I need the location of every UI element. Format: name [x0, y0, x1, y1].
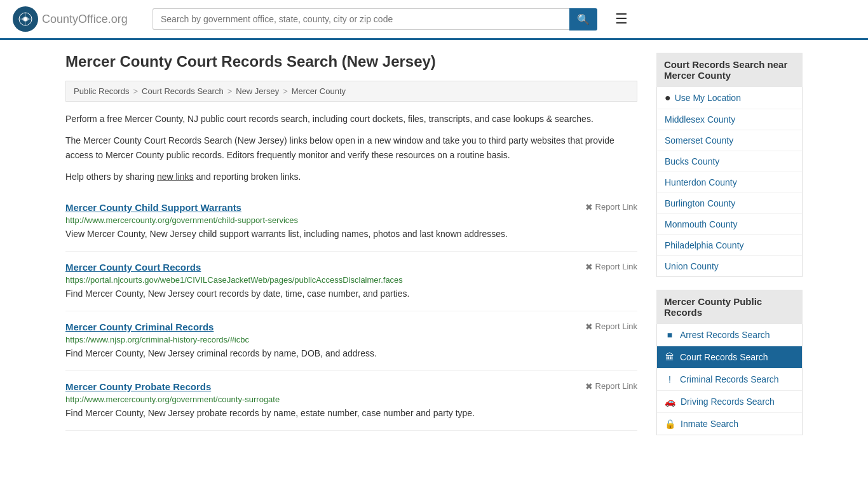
record-title-1[interactable]: Mercer County Court Records	[65, 262, 201, 273]
nearby-section: Court Records Search near Mercer County …	[656, 53, 803, 277]
report-icon-3: ✖	[585, 381, 593, 391]
record-item: Mercer County Child Support Warrants ✖ R…	[65, 192, 637, 252]
location-icon: ●	[665, 92, 671, 104]
breadcrumb-sep-3: >	[283, 86, 288, 96]
search-button[interactable]: 🔍	[569, 8, 597, 30]
pr-icon-0: ■	[665, 330, 675, 340]
site-header: CountyOffice.org 🔍 ☰	[0, 0, 868, 40]
nearby-county-link-6[interactable]: Philadelphia County	[657, 235, 802, 255]
breadcrumb-sep-1: >	[133, 86, 138, 96]
search-area: 🔍	[153, 8, 597, 30]
nearby-county-item: Monmouth County	[657, 214, 802, 235]
report-icon-2: ✖	[585, 322, 593, 332]
nearby-county-item: Union County	[657, 256, 802, 276]
description-para2: The Mercer County Court Records Search (…	[65, 133, 637, 162]
main-container: Mercer County Court Records Search (New …	[53, 40, 815, 461]
nearby-counties-list: ● Use My Location Middlesex CountySomers…	[656, 87, 803, 277]
description-para3: Help others by sharing new links and rep…	[65, 170, 637, 184]
pr-link-item: ■Arrest Records Search	[657, 324, 802, 346]
breadcrumb-sep-2: >	[227, 86, 233, 96]
pr-icon-4: 🔒	[665, 419, 675, 429]
record-title-2[interactable]: Mercer County Criminal Records	[65, 322, 214, 332]
nearby-county-item: Hunterdon County	[657, 172, 802, 193]
record-title-0[interactable]: Mercer County Child Support Warrants	[65, 202, 241, 213]
new-links-link[interactable]: new links	[157, 172, 194, 182]
nearby-county-link-0[interactable]: Middlesex County	[657, 109, 802, 130]
nearby-county-link-5[interactable]: Monmouth County	[657, 214, 802, 234]
nearby-county-item: Burlington County	[657, 193, 802, 214]
pr-icon-2: !	[665, 374, 675, 384]
record-item: Mercer County Probate Records ✖ Report L…	[65, 371, 637, 431]
report-link-1[interactable]: ✖ Report Link	[585, 262, 637, 272]
record-item: Mercer County Criminal Records ✖ Report …	[65, 311, 637, 371]
pr-link-item: 🚗Driving Records Search	[657, 391, 802, 413]
record-url-0[interactable]: http://www.mercercounty.org/government/c…	[65, 215, 637, 225]
nearby-county-link-1[interactable]: Somerset County	[657, 130, 802, 151]
nearby-county-link-7[interactable]: Union County	[657, 256, 802, 276]
report-link-3[interactable]: ✖ Report Link	[585, 381, 637, 391]
records-list: Mercer County Child Support Warrants ✖ R…	[65, 192, 637, 431]
record-desc-0: View Mercer County, New Jersey child sup…	[65, 227, 637, 241]
nearby-county-item: Philadelphia County	[657, 235, 802, 256]
breadcrumb: Public Records > Court Records Search > …	[65, 81, 637, 102]
description-para1: Perform a free Mercer County, NJ public …	[65, 112, 637, 126]
public-records-list: ■Arrest Records Search🏛Court Records Sea…	[656, 324, 803, 435]
report-icon-1: ✖	[585, 262, 593, 272]
menu-button[interactable]: ☰	[610, 8, 633, 30]
record-desc-1: Find Mercer County, New Jersey court rec…	[65, 287, 637, 301]
pr-link-4[interactable]: 🔒Inmate Search	[657, 413, 802, 435]
breadcrumb-new-jersey[interactable]: New Jersey	[236, 86, 279, 96]
nearby-county-item: Somerset County	[657, 130, 802, 151]
pr-link-item: 🏛Court Records Search	[657, 346, 802, 369]
breadcrumb-mercer-county[interactable]: Mercer County	[292, 86, 346, 96]
record-header-2: Mercer County Criminal Records ✖ Report …	[65, 322, 637, 332]
public-records-section: Mercer County Public Records ■Arrest Rec…	[656, 290, 803, 435]
report-link-2[interactable]: ✖ Report Link	[585, 322, 637, 332]
record-header-1: Mercer County Court Records ✖ Report Lin…	[65, 262, 637, 273]
pr-link-item: 🔒Inmate Search	[657, 413, 802, 435]
logo-area: CountyOffice.org	[13, 6, 140, 32]
search-icon: 🔍	[577, 14, 590, 25]
record-desc-2: Find Mercer County, New Jersey criminal …	[65, 347, 637, 360]
record-desc-3: Find Mercer County, New Jersey probate r…	[65, 407, 637, 420]
report-icon-0: ✖	[585, 202, 593, 212]
public-records-section-title: Mercer County Public Records	[656, 290, 803, 324]
report-link-0[interactable]: ✖ Report Link	[585, 202, 637, 212]
record-title-3[interactable]: Mercer County Probate Records	[65, 381, 211, 392]
nearby-section-title: Court Records Search near Mercer County	[656, 53, 803, 87]
search-input[interactable]	[153, 8, 569, 30]
record-url-2[interactable]: https://www.njsp.org/criminal-history-re…	[65, 335, 637, 344]
pr-icon-1: 🏛	[665, 352, 675, 362]
sidebar: Court Records Search near Mercer County …	[656, 53, 803, 448]
nearby-county-link-3[interactable]: Hunterdon County	[657, 172, 802, 193]
record-url-1[interactable]: https://portal.njcourts.gov/webe1/CIVILC…	[65, 275, 637, 285]
pr-link-2[interactable]: !Criminal Records Search	[657, 369, 802, 390]
record-header-0: Mercer County Child Support Warrants ✖ R…	[65, 202, 637, 213]
pr-link-3[interactable]: 🚗Driving Records Search	[657, 391, 802, 412]
main-content: Mercer County Court Records Search (New …	[65, 53, 637, 448]
pr-link-1[interactable]: 🏛Court Records Search	[657, 346, 802, 368]
pr-link-item: !Criminal Records Search	[657, 369, 802, 391]
nearby-county-item: Middlesex County	[657, 109, 802, 130]
pr-link-0[interactable]: ■Arrest Records Search	[657, 324, 802, 346]
logo-icon	[13, 6, 38, 32]
record-url-3[interactable]: http://www.mercercounty.org/government/c…	[65, 395, 637, 404]
nearby-county-item: Bucks County	[657, 151, 802, 172]
breadcrumb-court-records[interactable]: Court Records Search	[142, 86, 224, 96]
record-header-3: Mercer County Probate Records ✖ Report L…	[65, 381, 637, 392]
breadcrumb-public-records[interactable]: Public Records	[74, 86, 129, 96]
logo-text: CountyOffice.org	[42, 13, 128, 26]
hamburger-icon: ☰	[615, 11, 628, 27]
page-title: Mercer County Court Records Search (New …	[65, 53, 637, 71]
use-location-item[interactable]: ● Use My Location	[657, 87, 802, 109]
nearby-county-link-4[interactable]: Burlington County	[657, 193, 802, 214]
pr-icon-3: 🚗	[665, 396, 675, 407]
nearby-county-link-2[interactable]: Bucks County	[657, 151, 802, 172]
record-item: Mercer County Court Records ✖ Report Lin…	[65, 252, 637, 311]
